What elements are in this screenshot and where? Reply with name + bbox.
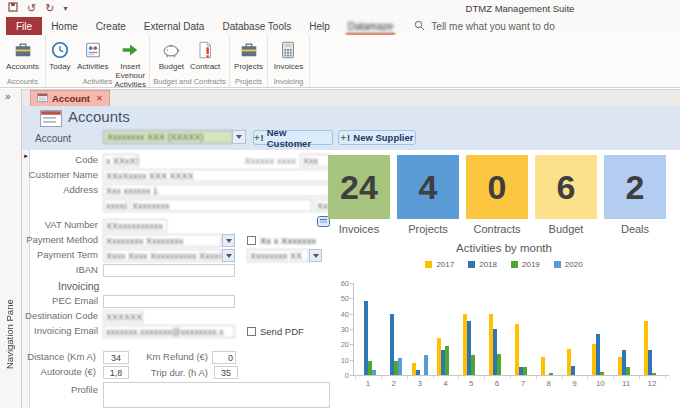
redo-icon[interactable]: ↻ <box>45 1 54 16</box>
account-combobox-arrow[interactable] <box>232 130 246 144</box>
bar-2019-month-8 <box>549 373 553 375</box>
ribbon-tab-datamaze[interactable]: Datamaze <box>339 17 403 35</box>
bar-2019-month-6 <box>497 354 501 375</box>
km-refund-label: Km Refund (€) <box>132 351 208 363</box>
top-right-input[interactable]: Xxx <box>300 154 330 167</box>
undo-icon[interactable]: ↺ <box>27 1 36 16</box>
save-icon[interactable] <box>8 1 18 16</box>
kpi-card-deals[interactable]: 2 <box>604 155 666 219</box>
group-label-invoicing: Invoicing <box>268 77 309 86</box>
payment-method-combobox[interactable]: Xxxxxxxx Xxxxxxxx <box>103 234 222 247</box>
ribbon-group-accounts: Accounts Accounts <box>0 35 46 87</box>
y-tick <box>350 314 353 315</box>
invoices-button[interactable]: Invoices <box>272 38 305 72</box>
expand-nav-icon[interactable]: » <box>5 91 11 102</box>
pec-email-input[interactable] <box>103 295 235 308</box>
group-label-projects: Projects <box>230 77 267 86</box>
bar-2020-month-1 <box>372 370 376 375</box>
km-refund-input[interactable]: 0 <box>212 351 236 364</box>
ribbon-tab-external-data[interactable]: External Data <box>135 17 214 35</box>
retailer-checkbox[interactable] <box>247 236 256 245</box>
vat-number-label: VAT Number <box>24 219 98 231</box>
payment-term-side-combobox[interactable]: Xxxxxxxx XX <box>247 249 309 262</box>
account-combobox[interactable]: Xxxxxxxx XXX (XXXXX) <box>103 130 233 144</box>
payment-term-combobox[interactable]: Xxxx Xxxx Xxxxxxxxxx Xxxxx (XX) <box>103 249 222 262</box>
y-tick-label: 10 <box>331 356 349 365</box>
address-zip-input[interactable]: xxxxx <box>103 199 127 212</box>
contract-button[interactable]: Contract <box>188 38 222 72</box>
payment-term-arrow[interactable] <box>222 249 235 262</box>
page-title: Accounts <box>68 108 130 125</box>
accounts-button[interactable]: Accounts <box>4 38 41 72</box>
trip-duration-input[interactable]: 35 <box>214 366 238 379</box>
ribbon-tab-label: External Data <box>144 21 205 32</box>
chevron-down-icon <box>226 254 232 258</box>
kpi-card-projects[interactable]: 4 <box>397 155 459 219</box>
legend-swatch <box>554 261 561 268</box>
x-tick <box>587 376 588 379</box>
today-button[interactable]: Today <box>47 38 73 72</box>
budget-button[interactable]: Budget <box>157 38 186 72</box>
tell-me-search[interactable]: Tell me what you want to do <box>414 17 554 35</box>
iban-input[interactable] <box>103 264 235 277</box>
y-tick-label: 60 <box>331 279 349 288</box>
chevron-down-icon <box>313 254 319 258</box>
ribbon-tab-label: Home <box>51 21 78 32</box>
x-tick-label: 4 <box>435 379 455 388</box>
address-city-input[interactable]: Xxxxxxxx <box>129 199 312 212</box>
activities-button[interactable]: Activities <box>75 38 111 72</box>
kpi-card-contracts[interactable]: 0 <box>466 155 528 219</box>
x-tick <box>433 376 434 379</box>
customer-name-input[interactable]: XXxXxxxx XXX XXXX <box>103 169 330 182</box>
kpi-card-budget[interactable]: 6 <box>535 155 597 219</box>
profile-textarea[interactable] <box>103 382 330 408</box>
x-tick <box>458 376 459 379</box>
ribbon-tab-label: Database Tools <box>222 21 291 32</box>
code-input[interactable]: x XXxXX <box>103 154 139 167</box>
payment-method-label: Payment Method <box>24 234 98 246</box>
new-customer-button[interactable]: +! New Customer <box>253 130 333 145</box>
ribbon-tab-create[interactable]: Create <box>87 17 135 35</box>
send-pdf-checkbox[interactable] <box>247 327 256 336</box>
invoicing-email-input[interactable]: xxxxxxx.xxxxxxx@xxxxxxxx.x <box>103 325 235 338</box>
y-tick <box>350 375 353 376</box>
payment-term-side-arrow[interactable] <box>309 249 322 262</box>
ribbon-tab-file[interactable]: File <box>6 17 42 35</box>
retailer-checkbox-label: Xx x Xxxxxxx <box>260 235 322 246</box>
tab-account[interactable]: Account ✕ <box>30 90 110 106</box>
ribbon-tab-help[interactable]: Help <box>300 17 339 35</box>
ribbon-group-activities: Today Activities Insert Evehour Activiti… <box>46 35 150 87</box>
ribbon-tab-home[interactable]: Home <box>42 17 87 35</box>
tell-me-text: Tell me what you want to do <box>431 21 554 32</box>
distance-input[interactable]: 34 <box>103 351 129 364</box>
navigation-pane[interactable]: » Navigation Pane <box>0 89 22 408</box>
kpi-budget: 6Budget <box>535 155 597 235</box>
kpi-card-invoices[interactable]: 24 <box>328 155 390 219</box>
projects-button[interactable]: Projects <box>232 38 265 72</box>
document-tab-strip: Account ✕ <box>22 89 680 106</box>
destination-code-input[interactable]: XXXXXXX <box>103 310 143 323</box>
code-label: Code <box>24 154 98 166</box>
x-tick-label: 10 <box>590 379 610 388</box>
vat-number-input[interactable]: XXxxxxxxxxxx <box>103 219 167 232</box>
new-supplier-button[interactable]: +! New Supplier <box>338 130 416 145</box>
close-icon[interactable]: ✕ <box>96 94 103 103</box>
x-tick <box>484 376 485 379</box>
kpi-deals: 2Deals <box>604 155 666 235</box>
trip-duration-label: Trip dur. (h A) <box>132 367 208 379</box>
address-input[interactable]: Xxx xxxxxx 1 <box>103 184 330 197</box>
qat-customize-icon[interactable]: ▾ <box>63 1 67 16</box>
legend-item-2018: 2018 <box>468 260 497 269</box>
kpi-label: Budget <box>535 223 597 235</box>
payment-term-label: Payment Term <box>24 249 98 261</box>
address-book-icon <box>82 39 104 61</box>
autoroute-input[interactable]: 1,8 <box>103 366 129 379</box>
exclamation-icon: ! <box>261 132 264 143</box>
bar-2020-month-3 <box>424 355 428 375</box>
ribbon-tab-database-tools[interactable]: Database Tools <box>213 17 300 35</box>
chart-title: Activities by month <box>328 242 680 254</box>
kpi-row: 24Invoices4Projects0Contracts6Budget2Dea… <box>328 155 666 235</box>
payment-method-arrow[interactable] <box>222 234 235 247</box>
y-tick <box>350 298 353 299</box>
plus-icon: + <box>341 132 347 143</box>
